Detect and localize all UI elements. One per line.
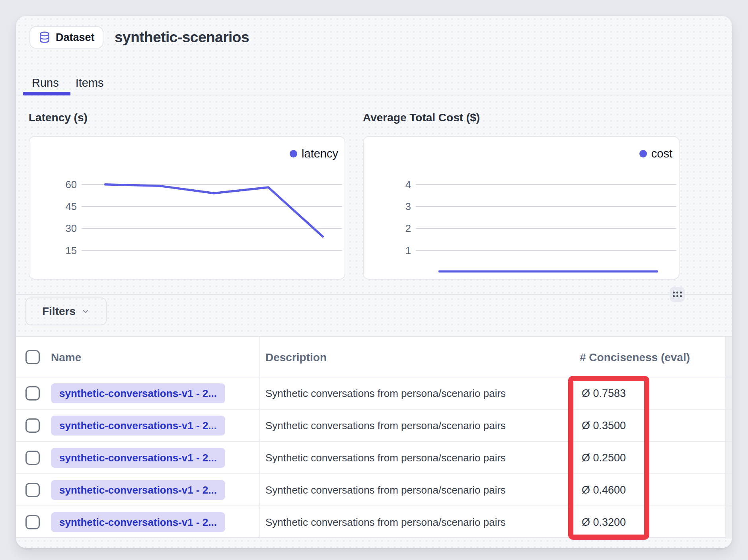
latency-legend-dot xyxy=(290,150,297,158)
grip-dots-icon xyxy=(673,292,682,297)
filters-button[interactable]: Filters xyxy=(25,298,107,325)
svg-text:60: 60 xyxy=(66,179,77,190)
filters-button-label: Filters xyxy=(42,305,76,318)
svg-text:15: 15 xyxy=(66,245,77,256)
run-name-link[interactable]: synthetic-conversations-v1 - 2... xyxy=(51,416,225,436)
row-checkbox[interactable] xyxy=(25,515,40,529)
run-name-link[interactable]: synthetic-conversations-v1 - 2... xyxy=(51,512,225,532)
latency-legend: latency xyxy=(290,147,338,160)
row-checkbox[interactable] xyxy=(25,418,40,433)
svg-text:45: 45 xyxy=(66,201,77,212)
tab-bar: Runs Items xyxy=(32,76,104,89)
latency-chart-card: 60453015 latency xyxy=(29,136,345,280)
dataset-badge-label: Dataset xyxy=(56,31,95,44)
chevron-down-icon xyxy=(81,307,90,316)
select-all-checkbox[interactable] xyxy=(25,350,40,364)
dataset-page-card: Dataset synthetic-scenarios Runs Items L… xyxy=(16,16,732,548)
cost-chart-title: Average Total Cost ($) xyxy=(363,111,480,124)
latency-legend-label: latency xyxy=(302,147,338,160)
tab-bar-rule xyxy=(16,95,732,95)
svg-text:2: 2 xyxy=(405,223,411,234)
table-row[interactable]: synthetic-conversations-v1 - 2... Synthe… xyxy=(16,506,732,539)
active-tab-indicator xyxy=(23,92,70,95)
svg-text:1: 1 xyxy=(405,245,411,256)
section-divider xyxy=(16,294,732,295)
row-checkbox[interactable] xyxy=(25,483,40,497)
column-header-name[interactable]: Name xyxy=(51,351,81,364)
cost-legend-label: cost xyxy=(651,147,672,160)
run-name-link[interactable]: synthetic-conversations-v1 - 2... xyxy=(51,448,225,468)
run-description: Synthetic conversations from persona/sce… xyxy=(265,387,506,400)
cost-legend-dot xyxy=(639,150,647,158)
tab-runs[interactable]: Runs xyxy=(32,76,59,89)
run-description: Synthetic conversations from persona/sce… xyxy=(265,452,506,464)
row-checkbox[interactable] xyxy=(25,386,40,401)
tab-items[interactable]: Items xyxy=(76,76,104,89)
run-name-link[interactable]: synthetic-conversations-v1 - 2... xyxy=(51,383,225,403)
cost-legend: cost xyxy=(639,147,672,160)
table-row[interactable]: synthetic-conversations-v1 - 2... Synthe… xyxy=(16,410,732,442)
run-description: Synthetic conversations from persona/sce… xyxy=(265,516,506,529)
table-row[interactable]: synthetic-conversations-v1 - 2... Synthe… xyxy=(16,442,732,474)
conciseness-value: Ø 0.7583 xyxy=(582,387,626,400)
runs-table: Name Description # Conciseness (eval) sy… xyxy=(16,336,732,538)
table-row[interactable]: synthetic-conversations-v1 - 2... Synthe… xyxy=(16,377,732,410)
run-description: Synthetic conversations from persona/sce… xyxy=(265,484,506,496)
conciseness-value: Ø 0.2500 xyxy=(582,452,626,464)
database-icon xyxy=(38,31,51,44)
svg-text:4: 4 xyxy=(405,179,411,190)
latency-chart-title: Latency (s) xyxy=(29,111,88,124)
dataset-badge: Dataset xyxy=(29,26,103,49)
conciseness-value: Ø 0.3500 xyxy=(582,420,626,432)
table-row[interactable]: synthetic-conversations-v1 - 2... Synthe… xyxy=(16,474,732,506)
conciseness-value: Ø 0.4600 xyxy=(582,484,626,496)
run-name-link[interactable]: synthetic-conversations-v1 - 2... xyxy=(51,480,225,500)
conciseness-value: Ø 0.3200 xyxy=(582,516,626,529)
row-checkbox[interactable] xyxy=(25,451,40,465)
page-title: synthetic-scenarios xyxy=(115,29,249,46)
column-header-conciseness[interactable]: # Conciseness (eval) xyxy=(580,351,690,364)
table-header-row: Name Description # Conciseness (eval) xyxy=(16,337,732,377)
column-header-description[interactable]: Description xyxy=(265,351,327,364)
cost-line-chart: 4321 xyxy=(364,137,679,279)
run-description: Synthetic conversations from persona/sce… xyxy=(265,420,506,432)
resize-drag-handle[interactable] xyxy=(670,287,685,302)
svg-text:3: 3 xyxy=(405,201,411,212)
svg-text:30: 30 xyxy=(66,223,77,234)
cost-chart-card: 4321 cost xyxy=(363,136,680,280)
